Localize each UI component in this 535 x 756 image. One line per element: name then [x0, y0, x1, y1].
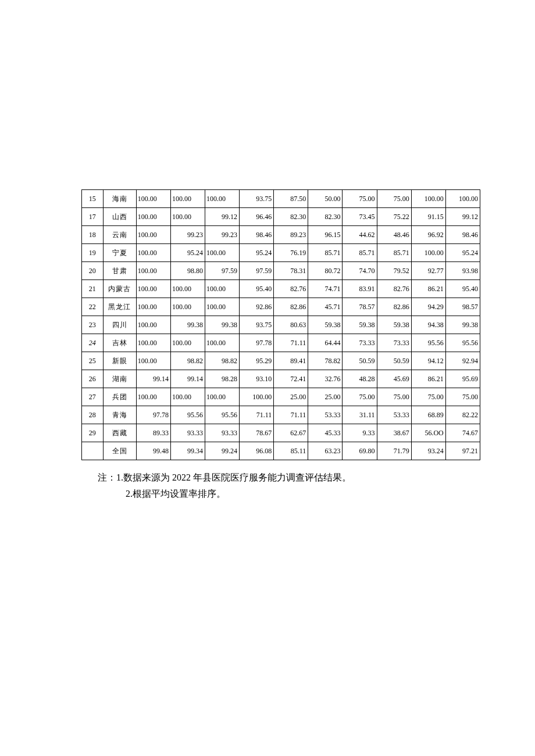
value-cell: 94.12: [411, 352, 445, 370]
value-cell: 100.00: [136, 298, 170, 316]
province-cell: 湖南: [103, 370, 136, 388]
rank-cell: 20: [82, 262, 104, 280]
value-cell: 45.71: [308, 298, 343, 316]
value-cell: 71.11: [274, 334, 308, 352]
value-cell: 93.10: [240, 370, 274, 388]
value-cell: 97.21: [445, 442, 480, 460]
province-cell: 新眼: [103, 352, 136, 370]
value-cell: 91.15: [411, 208, 445, 226]
value-cell: 100.00: [240, 388, 274, 406]
value-cell: 95.40: [445, 280, 480, 298]
value-cell: 98.46: [445, 226, 480, 244]
value-cell: 59.38: [308, 316, 343, 334]
value-cell: 56.OO: [411, 424, 445, 442]
value-cell: 82.30: [308, 208, 343, 226]
value-cell: 99.12: [205, 208, 239, 226]
data-table: 15海南100.00100.00100.0093.7587.5050.0075.…: [81, 189, 480, 460]
value-cell: 89.33: [136, 424, 170, 442]
value-cell: 85.71: [377, 244, 411, 262]
rank-cell: 24: [82, 334, 104, 352]
value-cell: 82.76: [377, 280, 411, 298]
table-row: 19宁夏100.0095.24100.0095.2476.1985.7185.7…: [82, 244, 480, 262]
value-cell: 32.76: [308, 370, 343, 388]
value-cell: 99.14: [170, 370, 205, 388]
value-cell: 100.00: [170, 298, 205, 316]
value-cell: 75.00: [411, 388, 445, 406]
table-row: 27兵团100.00100.00100.00100.0025.0025.0075…: [82, 388, 480, 406]
value-cell: 95.29: [240, 352, 274, 370]
province-cell: 宁夏: [103, 244, 136, 262]
value-cell: 100.00: [136, 244, 170, 262]
province-cell: 山西: [103, 208, 136, 226]
table-row: 23四川100.0099.3899.3893.7580.6359.3859.38…: [82, 316, 480, 334]
value-cell: 48.46: [377, 226, 411, 244]
rank-cell: 17: [82, 208, 104, 226]
value-cell: 59.38: [377, 316, 411, 334]
value-cell: 82.86: [377, 298, 411, 316]
value-cell: 73.33: [343, 334, 377, 352]
value-cell: 75.00: [377, 388, 411, 406]
value-cell: 69.80: [343, 442, 377, 460]
value-cell: 68.89: [411, 406, 445, 424]
value-cell: 64.44: [308, 334, 343, 352]
value-cell: 85.71: [343, 244, 377, 262]
province-cell: 西藏: [103, 424, 136, 442]
value-cell: 100.00: [445, 190, 480, 208]
value-cell: 9.33: [343, 424, 377, 442]
province-cell: 海南: [103, 190, 136, 208]
value-cell: 82.22: [445, 406, 480, 424]
value-cell: 45.33: [308, 424, 343, 442]
value-cell: 92.94: [445, 352, 480, 370]
value-cell: 95.24: [240, 244, 274, 262]
province-cell: 甘肃: [103, 262, 136, 280]
rank-cell: 22: [82, 298, 104, 316]
value-cell: 99.48: [136, 442, 170, 460]
value-cell: 100.00: [136, 226, 170, 244]
table-row: 全国99.4899.3499.2496.0885.1163.2369.8071.…: [82, 442, 480, 460]
value-cell: 50.59: [377, 352, 411, 370]
value-cell: 71.79: [377, 442, 411, 460]
value-cell: 97.59: [240, 262, 274, 280]
rank-cell: 15: [82, 190, 104, 208]
value-cell: 95.24: [445, 244, 480, 262]
province-cell: 吉林: [103, 334, 136, 352]
province-cell: 全国: [103, 442, 136, 460]
table-row: 20甘肃100.0098.8097.5997.5978.3180.7274.70…: [82, 262, 480, 280]
value-cell: 50.00: [308, 190, 343, 208]
value-cell: 100.00: [136, 280, 170, 298]
value-cell: 95.40: [240, 280, 274, 298]
value-cell: 95.56: [170, 406, 205, 424]
value-cell: 99.38: [170, 316, 205, 334]
value-cell: 100.00: [205, 298, 239, 316]
value-cell: 93.24: [411, 442, 445, 460]
value-cell: 100.00: [136, 352, 170, 370]
value-cell: 72.41: [274, 370, 308, 388]
value-cell: 100.00: [205, 388, 239, 406]
value-cell: 99.12: [445, 208, 480, 226]
value-cell: 98.80: [170, 262, 205, 280]
value-cell: 100.00: [170, 190, 205, 208]
value-cell: 99.23: [205, 226, 239, 244]
value-cell: 76.19: [274, 244, 308, 262]
rank-cell: [82, 442, 104, 460]
value-cell: 98.82: [205, 352, 239, 370]
value-cell: 95.69: [445, 370, 480, 388]
value-cell: 95.56: [411, 334, 445, 352]
value-cell: 82.76: [274, 280, 308, 298]
value-cell: 95.24: [170, 244, 205, 262]
value-cell: 80.63: [274, 316, 308, 334]
value-cell: 93.75: [240, 316, 274, 334]
value-cell: 100.00: [205, 244, 239, 262]
value-cell: 100.00: [411, 244, 445, 262]
value-cell: 93.75: [240, 190, 274, 208]
value-cell: 75.00: [445, 388, 480, 406]
value-cell: 98.28: [205, 370, 239, 388]
value-cell: 25.00: [308, 388, 343, 406]
value-cell: 80.72: [308, 262, 343, 280]
value-cell: 99.14: [136, 370, 170, 388]
value-cell: 97.78: [136, 406, 170, 424]
value-cell: 100.00: [205, 280, 239, 298]
value-cell: 99.34: [170, 442, 205, 460]
value-cell: 78.31: [274, 262, 308, 280]
province-cell: 黑龙江: [103, 298, 136, 316]
